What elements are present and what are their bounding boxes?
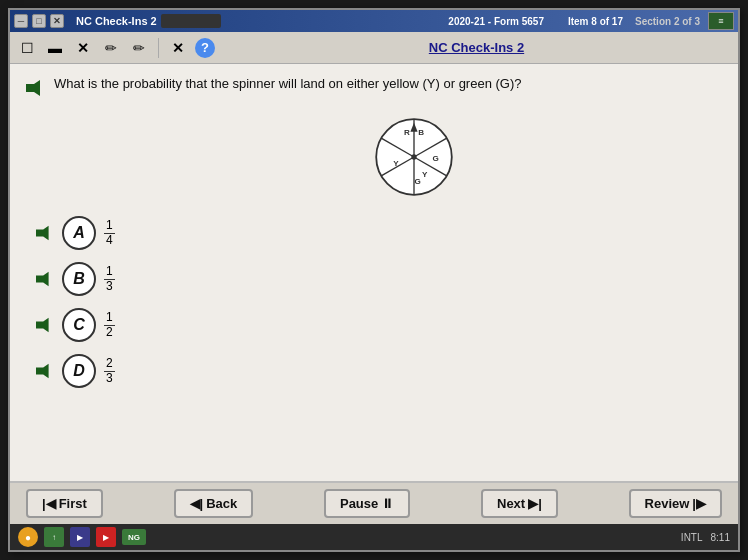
option-d-letter: D [73,362,85,380]
option-a-fraction: 1 4 [104,219,115,246]
question-speaker-icon[interactable] [26,78,46,98]
form-label: 2020-21 - Form 5657 [448,16,544,27]
option-a-denominator: 4 [104,234,115,247]
toolbar-pencil2-icon[interactable]: ✏ [128,37,150,59]
first-button[interactable]: |◀ First [26,489,103,518]
option-b-letter: B [73,270,85,288]
section-label: Section 2 of 3 [635,16,700,27]
option-b-numerator: 1 [104,265,115,279]
option-c-denominator: 2 [104,326,115,339]
question-row: What is the probability that the spinner… [26,76,722,98]
svg-text:R: R [404,128,410,137]
pause-label: Pause [340,496,378,511]
question-text: What is the probability that the spinner… [54,76,522,91]
help-icon[interactable]: ? [195,38,215,58]
toolbar-pencil1-icon[interactable]: ✏ [100,37,122,59]
title-bar-right: 2020-21 - Form 5657 Item 8 of 17 [448,16,623,27]
review-button[interactable]: Review |▶ [629,489,722,518]
option-c-row: C 1 2 [36,308,722,342]
section-icon[interactable]: ≡ [708,12,734,30]
option-a-speaker-icon[interactable] [36,224,54,242]
option-d-numerator: 2 [104,357,115,371]
next-icon: ▶| [528,496,542,511]
option-c-fraction: 1 2 [104,311,115,338]
option-d-fraction: 2 3 [104,357,115,384]
pause-icon: ⏸ [381,496,394,511]
svg-text:B: B [418,128,424,137]
main-window: ─ □ ✕ NC Check-Ins 2 2020-21 - Form 5657… [8,8,740,552]
toolbar: ☐ ▬ ✕ ✏ ✏ ✕ ? NC Check-Ins 2 [10,32,738,64]
taskbar-icon-4[interactable]: ▶ [96,527,116,547]
taskbar: ● ↑ ▶ ▶ NG INTL 8:11 [10,524,738,550]
review-label: Review [645,496,690,511]
option-d-circle[interactable]: D [62,354,96,388]
back-label: Back [206,496,237,511]
svg-text:Y: Y [393,159,399,168]
next-label: Next [497,496,525,511]
spinner-diagram: R B G Y G Y [369,112,459,202]
svg-text:Y: Y [422,170,428,179]
option-b-row: B 1 3 [36,262,722,296]
toolbar-delete-icon[interactable]: ✕ [167,37,189,59]
first-label: First [59,496,87,511]
taskbar-ng-icon[interactable]: NG [122,529,146,545]
toolbar-line-icon[interactable]: ▬ [44,37,66,59]
svg-point-12 [411,154,416,159]
back-icon: ◀| [190,496,204,511]
spinner-container: R B G Y G Y [106,112,722,202]
minimize-button[interactable]: ─ [14,14,28,28]
locale-label: INTL [681,532,703,543]
content-area: What is the probability that the spinner… [10,64,738,481]
option-a-circle[interactable]: A [62,216,96,250]
option-b-circle[interactable]: B [62,262,96,296]
app-title: NC Check-Ins 2 [76,15,157,27]
back-button[interactable]: ◀| Back [174,489,254,518]
option-c-circle[interactable]: C [62,308,96,342]
review-icon: |▶ [692,496,706,511]
navigation-bar: |◀ First ◀| Back Pause ⏸ Next ▶| Review … [10,481,738,524]
title-bar-left: ─ □ ✕ NC Check-Ins 2 [14,14,448,28]
option-a-row: A 1 4 [36,216,722,250]
option-a-letter: A [73,224,85,242]
option-d-denominator: 3 [104,372,115,385]
progress-label: Item 8 of 17 [568,16,623,27]
taskbar-icon-3[interactable]: ▶ [70,527,90,547]
svg-text:G: G [432,154,438,163]
maximize-button[interactable]: □ [32,14,46,28]
toolbar-separator [158,38,159,58]
toolbar-checkbox-icon[interactable]: ☐ [16,37,38,59]
option-c-letter: C [73,316,85,334]
option-c-numerator: 1 [104,311,115,325]
toolbar-x-icon[interactable]: ✕ [72,37,94,59]
pause-button[interactable]: Pause ⏸ [324,489,410,518]
next-button[interactable]: Next ▶| [481,489,558,518]
svg-text:G: G [414,177,420,186]
toolbar-title: NC Check-Ins 2 [221,40,732,55]
option-b-speaker-icon[interactable] [36,270,54,288]
close-button[interactable]: ✕ [50,14,64,28]
option-c-speaker-icon[interactable] [36,316,54,334]
option-b-fraction: 1 3 [104,265,115,292]
taskbar-icon-2[interactable]: ↑ [44,527,64,547]
redacted-title [161,14,221,28]
chrome-icon[interactable]: ● [18,527,38,547]
option-d-row: D 2 3 [36,354,722,388]
title-bar: ─ □ ✕ NC Check-Ins 2 2020-21 - Form 5657… [10,10,738,32]
option-b-denominator: 3 [104,280,115,293]
option-a-numerator: 1 [104,219,115,233]
answer-options: A 1 4 B 1 3 [36,216,722,388]
first-icon: |◀ [42,496,56,511]
option-d-speaker-icon[interactable] [36,362,54,380]
clock: 8:11 [711,532,730,543]
taskbar-status: INTL 8:11 [681,532,730,543]
